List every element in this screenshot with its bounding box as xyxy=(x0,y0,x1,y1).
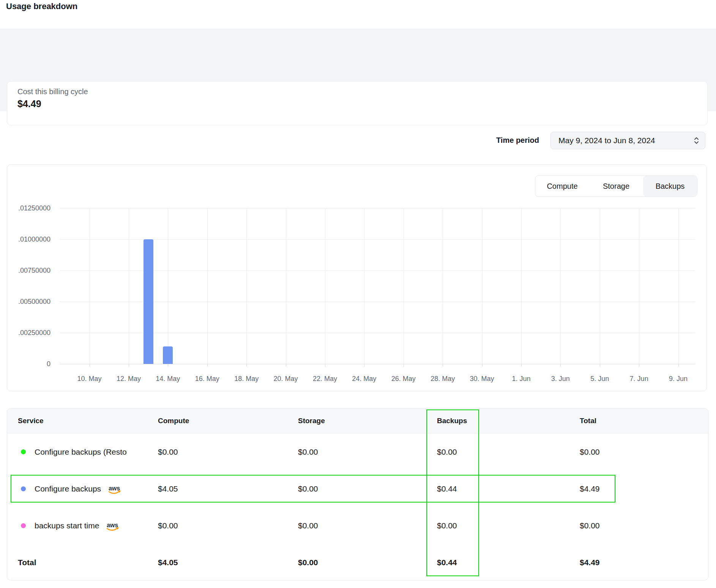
cell-storage: $0.00 xyxy=(298,521,318,530)
cell-compute: $0.00 xyxy=(158,447,178,457)
cell-compute: $4.05 xyxy=(158,558,178,567)
service-color-dot xyxy=(21,449,26,454)
tab-backups[interactable]: Backups xyxy=(643,176,697,196)
x-axis-tick xyxy=(521,364,522,367)
x-axis-tick xyxy=(678,364,679,367)
gridline-vertical xyxy=(325,208,325,364)
header-compute: Compute xyxy=(158,409,189,433)
cell-storage: $0.00 xyxy=(298,558,318,567)
gridline-vertical xyxy=(90,208,90,364)
gridline-vertical xyxy=(246,208,247,364)
x-axis-label: 30. May xyxy=(463,375,501,383)
gridline-vertical xyxy=(168,208,168,364)
usage-bar-13 xyxy=(144,239,153,364)
header-service: Service xyxy=(18,409,44,433)
gridline-vertical xyxy=(364,208,364,364)
x-axis-tick xyxy=(600,364,600,367)
total-label: Total xyxy=(18,558,36,567)
tab-compute[interactable]: Compute xyxy=(535,176,589,196)
cell-compute: $4.05 xyxy=(158,484,178,493)
x-axis-tick xyxy=(168,364,168,367)
cell-total: $0.00 xyxy=(580,521,600,530)
service-color-dot xyxy=(21,523,26,528)
x-axis-tick xyxy=(364,364,364,367)
x-axis-label: 28. May xyxy=(424,375,462,383)
y-axis-label: .01250000 xyxy=(7,204,50,212)
cell-storage: $0.00 xyxy=(298,447,318,457)
service-name: Configure backups xyxy=(35,484,101,493)
gridline-vertical xyxy=(639,208,639,364)
x-axis-tick xyxy=(90,364,90,367)
aws-logo: aws xyxy=(107,484,122,495)
x-axis-tick xyxy=(129,364,129,367)
service-color-dot xyxy=(21,486,26,491)
cell-storage: $0.00 xyxy=(298,484,318,493)
service-name: backups start time xyxy=(35,521,99,530)
x-axis-tick xyxy=(286,364,286,367)
y-axis-label: .00500000 xyxy=(7,297,50,306)
gridline-vertical xyxy=(443,208,443,364)
gridline-vertical xyxy=(560,208,561,364)
x-axis-label: 24. May xyxy=(345,375,383,383)
cell-total: $0.00 xyxy=(580,447,600,457)
header-storage: Storage xyxy=(298,409,325,433)
gridline-vertical xyxy=(600,208,600,364)
cell-backups: $0.44 xyxy=(437,558,457,567)
chart-metric-tabs: Compute Storage Backups xyxy=(535,175,697,197)
x-axis-label: 20. May xyxy=(267,375,305,383)
cell-compute: $0.00 xyxy=(158,521,178,530)
cell-backups: $0.00 xyxy=(437,447,457,457)
service-name: Configure backups (Resto xyxy=(35,447,127,457)
usage-chart-card: Compute Storage Backups .01250000.010000… xyxy=(7,164,707,391)
x-axis-label: 14. May xyxy=(149,375,187,383)
table-body: Configure backups (Resto$0.00$0.00$0.00$… xyxy=(7,433,708,580)
x-axis-tick xyxy=(482,364,483,367)
x-axis-tick xyxy=(246,364,247,367)
chevron-up-down-icon xyxy=(693,136,700,145)
cell-service: Configure backups (Resto xyxy=(21,447,127,457)
y-axis-label: 0 xyxy=(7,360,50,368)
y-axis-label: .00750000 xyxy=(7,266,50,275)
gridline-vertical xyxy=(521,208,522,364)
tab-storage[interactable]: Storage xyxy=(589,176,643,196)
time-period-label: Time period xyxy=(418,136,539,145)
billing-cycle-label: Cost this billing cycle xyxy=(17,87,707,96)
billing-cycle-value: $4.49 xyxy=(17,98,707,109)
x-axis-tick xyxy=(207,364,208,367)
table-row: Configure backups aws $4.05$0.00$0.44$4.… xyxy=(7,470,708,507)
cell-backups: $0.44 xyxy=(437,484,457,493)
billing-summary-band: Cost this billing cycle $4.49 xyxy=(0,28,716,111)
x-axis-label: 10. May xyxy=(71,375,109,383)
gridline-vertical xyxy=(207,208,208,364)
x-axis-label: 26. May xyxy=(385,375,423,383)
header-backups: Backups xyxy=(437,409,467,433)
x-axis-label: 3. Jun xyxy=(541,375,579,383)
cell-backups: $0.00 xyxy=(437,521,457,530)
usage-breakdown-page: Usage breakdown Cost this billing cycle … xyxy=(0,0,716,588)
gridline-vertical xyxy=(286,208,286,364)
usage-table-card: Service Compute Storage Backups Total Co… xyxy=(7,408,708,580)
gridline-vertical xyxy=(404,208,404,364)
y-axis-label: .00250000 xyxy=(7,329,50,337)
x-axis-tick xyxy=(639,364,639,367)
time-period-select[interactable]: May 9, 2024 to Jun 8, 2024 xyxy=(550,132,705,149)
cell-total: $4.49 xyxy=(580,558,600,567)
table-header: Service Compute Storage Backups Total xyxy=(7,409,708,433)
plot-area: .01250000.01000000.00750000.00500000.002… xyxy=(7,165,707,391)
y-axis-label: .01000000 xyxy=(7,235,50,243)
svg-text:aws: aws xyxy=(109,485,120,491)
page-title: Usage breakdown xyxy=(6,2,77,11)
table-row: Configure backups (Resto$0.00$0.00$0.00$… xyxy=(7,433,708,470)
table-row: backups start time aws $0.00$0.00$0.00$0… xyxy=(7,507,708,544)
gridline-vertical xyxy=(482,208,483,364)
aws-logo: aws xyxy=(105,521,120,532)
x-axis-tick xyxy=(404,364,404,367)
x-axis-label: 5. Jun xyxy=(581,375,619,383)
header-total: Total xyxy=(580,409,596,433)
svg-text:aws: aws xyxy=(107,522,118,528)
x-axis-label: 1. Jun xyxy=(502,375,540,383)
x-axis-label: 7. Jun xyxy=(620,375,658,383)
x-axis-tick xyxy=(560,364,561,367)
gridline-vertical xyxy=(129,208,129,364)
billing-cycle-card: Cost this billing cycle $4.49 xyxy=(7,81,708,125)
